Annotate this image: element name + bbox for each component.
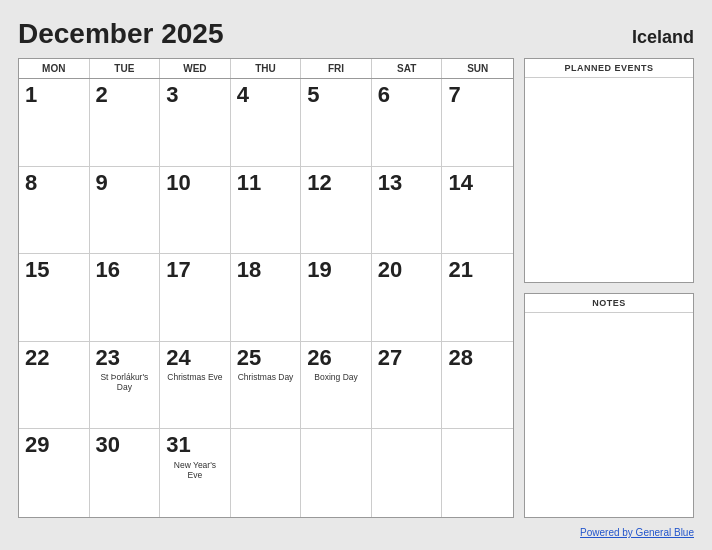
day-number: 22: [25, 346, 49, 370]
day-cell: 6: [372, 79, 443, 167]
day-cell: 21: [442, 254, 513, 342]
day-cell: 7: [442, 79, 513, 167]
notes-title: NOTES: [525, 294, 693, 313]
day-cell: 14: [442, 167, 513, 255]
day-event-label: Christmas Eve: [166, 372, 224, 382]
day-headers: MONTUEWEDTHUFRISATSUN: [19, 59, 513, 79]
day-header: SAT: [372, 59, 443, 78]
footer: Powered by General Blue: [18, 522, 694, 540]
day-number: 23: [96, 346, 120, 370]
day-cell: 18: [231, 254, 302, 342]
calendar-section: MONTUEWEDTHUFRISATSUN 123456789101112131…: [18, 58, 514, 518]
day-cell: [231, 429, 302, 517]
day-number: 31: [166, 433, 190, 457]
day-number: 28: [448, 346, 472, 370]
day-cell: 30: [90, 429, 161, 517]
day-header: SUN: [442, 59, 513, 78]
day-cell: 2: [90, 79, 161, 167]
day-number: 21: [448, 258, 472, 282]
day-number: 4: [237, 83, 249, 107]
day-number: 9: [96, 171, 108, 195]
day-number: 6: [378, 83, 390, 107]
day-number: 7: [448, 83, 460, 107]
day-header: THU: [231, 59, 302, 78]
powered-by-link[interactable]: Powered by General Blue: [580, 527, 694, 538]
notes-content: [525, 313, 693, 517]
day-header: WED: [160, 59, 231, 78]
day-number: 11: [237, 171, 261, 195]
day-event-label: Boxing Day: [307, 372, 365, 382]
day-cell: 22: [19, 342, 90, 430]
day-cell: 25Christmas Day: [231, 342, 302, 430]
day-number: 2: [96, 83, 108, 107]
planned-events-box: PLANNED EVENTS: [524, 58, 694, 283]
day-number: 10: [166, 171, 190, 195]
day-event-label: New Year's Eve: [166, 460, 224, 480]
day-cell: 5: [301, 79, 372, 167]
day-cell: 11: [231, 167, 302, 255]
day-number: 24: [166, 346, 190, 370]
day-cell: 27: [372, 342, 443, 430]
calendar-page: December 2025 Iceland MONTUEWEDTHUFRISAT…: [0, 0, 712, 550]
day-cell: 10: [160, 167, 231, 255]
day-cell: 13: [372, 167, 443, 255]
day-cell: 9: [90, 167, 161, 255]
day-number: 5: [307, 83, 319, 107]
day-cell: 15: [19, 254, 90, 342]
day-number: 8: [25, 171, 37, 195]
day-cell: 24Christmas Eve: [160, 342, 231, 430]
day-number: 12: [307, 171, 331, 195]
day-cell: 4: [231, 79, 302, 167]
day-cell: 28: [442, 342, 513, 430]
day-header: MON: [19, 59, 90, 78]
day-cell: [442, 429, 513, 517]
day-cell: 20: [372, 254, 443, 342]
day-number: 17: [166, 258, 190, 282]
day-header: TUE: [90, 59, 161, 78]
day-number: 13: [378, 171, 402, 195]
day-cell: 26Boxing Day: [301, 342, 372, 430]
day-cell: 1: [19, 79, 90, 167]
day-number: 1: [25, 83, 37, 107]
day-number: 20: [378, 258, 402, 282]
day-cell: 23St Þorlákur's Day: [90, 342, 161, 430]
day-number: 19: [307, 258, 331, 282]
day-number: 27: [378, 346, 402, 370]
day-cell: 16: [90, 254, 161, 342]
day-cell: 8: [19, 167, 90, 255]
day-cell: [372, 429, 443, 517]
country-title: Iceland: [632, 27, 694, 48]
day-number: 26: [307, 346, 331, 370]
day-cell: 29: [19, 429, 90, 517]
day-number: 14: [448, 171, 472, 195]
day-number: 30: [96, 433, 120, 457]
day-header: FRI: [301, 59, 372, 78]
main-area: MONTUEWEDTHUFRISATSUN 123456789101112131…: [18, 58, 694, 518]
month-title: December 2025: [18, 18, 223, 50]
planned-events-content: [525, 78, 693, 282]
day-cell: [301, 429, 372, 517]
notes-box: NOTES: [524, 293, 694, 518]
day-cell: 19: [301, 254, 372, 342]
day-event-label: Christmas Day: [237, 372, 295, 382]
day-number: 29: [25, 433, 49, 457]
planned-events-title: PLANNED EVENTS: [525, 59, 693, 78]
day-number: 16: [96, 258, 120, 282]
day-cell: 3: [160, 79, 231, 167]
day-cell: 12: [301, 167, 372, 255]
side-section: PLANNED EVENTS NOTES: [524, 58, 694, 518]
day-number: 3: [166, 83, 178, 107]
day-number: 18: [237, 258, 261, 282]
day-number: 25: [237, 346, 261, 370]
day-cell: 31New Year's Eve: [160, 429, 231, 517]
header: December 2025 Iceland: [18, 18, 694, 50]
day-number: 15: [25, 258, 49, 282]
calendar-grid: 1234567891011121314151617181920212223St …: [19, 79, 513, 517]
day-event-label: St Þorlákur's Day: [96, 372, 154, 392]
day-cell: 17: [160, 254, 231, 342]
